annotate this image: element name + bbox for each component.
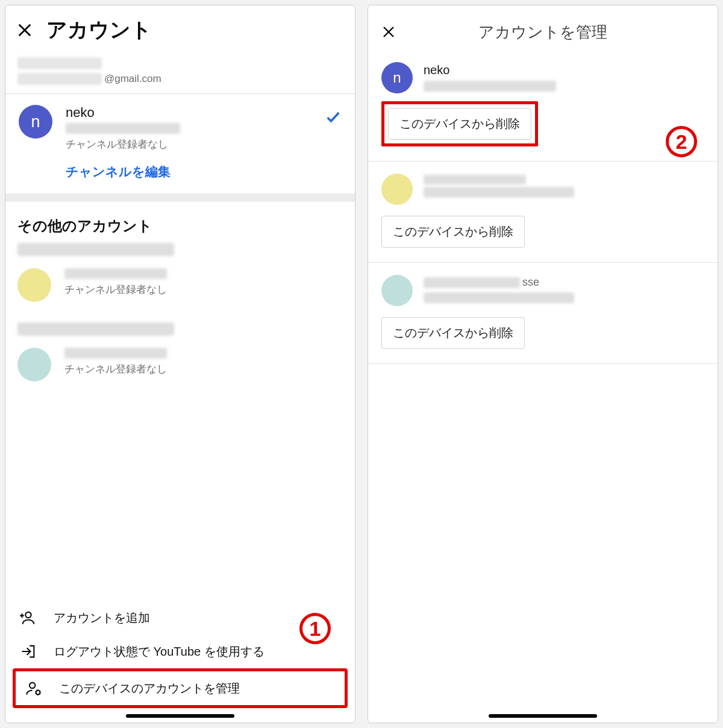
user-email-block: @gmail.com xyxy=(5,51,355,94)
account-text: neko チャンネル登録者なし xyxy=(66,105,311,151)
header: アカウント xyxy=(5,5,355,51)
home-indicator xyxy=(489,714,597,718)
account-text: チャンネル登録者なし xyxy=(64,348,167,376)
redacted-name-line: sse xyxy=(424,276,704,289)
avatar xyxy=(381,275,413,306)
highlight-frame-1: このデバイスのアカウントを管理 xyxy=(13,668,348,708)
account-text: neko xyxy=(424,62,704,94)
remove-from-device-button[interactable]: このデバイスから削除 xyxy=(388,108,531,140)
avatar xyxy=(381,174,413,205)
divider-thick xyxy=(5,193,355,202)
redacted-email-line: @gmail.com xyxy=(17,73,343,85)
redacted-name xyxy=(424,175,526,184)
manage-accounts-panel: アカウントを管理 n neko このデバイスから削除 このデバイスから削除 xyxy=(368,5,718,723)
redacted-handle xyxy=(66,123,180,134)
manage-account-block: このデバイスから削除 xyxy=(368,162,718,263)
redacted-name xyxy=(64,348,167,359)
account-row: n neko xyxy=(381,62,704,94)
subscribers-label: チャンネル登録者なし xyxy=(64,283,167,297)
spacer xyxy=(5,391,355,601)
logout-row[interactable]: ログアウト状態で YouTube を使用する xyxy=(10,635,350,668)
redacted-email xyxy=(424,292,574,303)
avatar-letter: n xyxy=(31,113,40,131)
redacted-email-1 xyxy=(17,243,174,256)
redacted-name xyxy=(64,268,167,279)
redacted-email-2 xyxy=(17,322,174,336)
redacted-name xyxy=(17,57,102,69)
person-gear-icon xyxy=(25,680,42,697)
manage-accounts-label: このデバイスのアカウントを管理 xyxy=(59,680,240,697)
other-account-row[interactable]: チャンネル登録者なし xyxy=(5,338,355,391)
avatar-letter: n xyxy=(393,69,401,86)
avatar xyxy=(17,348,51,381)
check-icon xyxy=(325,108,342,128)
other-account-row[interactable]: チャンネル登録者なし xyxy=(5,259,355,312)
account-text xyxy=(424,174,704,200)
logout-icon xyxy=(20,643,37,660)
subscribers-label: チャンネル登録者なし xyxy=(66,137,311,151)
account-text: チャンネル登録者なし xyxy=(64,268,167,297)
email-suffix: @gmail.com xyxy=(104,73,161,85)
subscribers-label: チャンネル登録者なし xyxy=(64,362,167,376)
account-panel: アカウント @gmail.com n neko チャンネル登録者なし チャンネル… xyxy=(5,5,355,723)
redacted-email-local xyxy=(17,73,102,85)
add-account-label: アカウントを追加 xyxy=(54,610,150,626)
name-suffix: sse xyxy=(522,276,539,289)
avatar: n xyxy=(381,62,413,93)
redacted-name xyxy=(424,277,520,288)
other-accounts-header: その他のアカウント xyxy=(5,202,355,243)
highlight-frame-2: このデバイスから削除 xyxy=(381,101,538,146)
avatar xyxy=(17,268,51,302)
spacer xyxy=(368,364,718,708)
remove-from-device-button[interactable]: このデバイスから削除 xyxy=(381,317,525,349)
current-account-row[interactable]: n neko チャンネル登録者なし xyxy=(5,94,355,156)
manage-accounts-row[interactable]: このデバイスのアカウントを管理 xyxy=(16,671,345,705)
add-person-icon xyxy=(20,609,37,626)
account-row: sse xyxy=(381,275,704,306)
page-title: アカウントを管理 xyxy=(478,22,607,43)
account-name: neko xyxy=(424,63,704,77)
footer: アカウントを追加 ログアウト状態で YouTube を使用する このデバイスのア… xyxy=(5,601,355,708)
redacted-email xyxy=(424,187,574,198)
svg-point-2 xyxy=(25,612,31,618)
edit-channel-link[interactable]: チャンネルを編集 xyxy=(5,156,355,193)
manage-account-block: sse このデバイスから削除 xyxy=(368,263,718,364)
home-indicator xyxy=(126,714,234,718)
callout-1: 1 xyxy=(299,613,331,644)
callout-2: 2 xyxy=(666,126,697,157)
account-name: neko xyxy=(66,105,311,121)
account-row xyxy=(381,174,704,205)
redacted-email xyxy=(424,81,556,92)
close-icon[interactable] xyxy=(381,25,396,39)
avatar: n xyxy=(19,105,52,139)
remove-from-device-button[interactable]: このデバイスから削除 xyxy=(381,216,525,248)
svg-point-5 xyxy=(30,683,35,688)
header: アカウントを管理 xyxy=(368,5,718,50)
page-title: アカウント xyxy=(46,16,152,44)
account-text: sse xyxy=(424,275,704,306)
logout-label: ログアウト状態で YouTube を使用する xyxy=(54,644,264,660)
manage-account-block: n neko このデバイスから削除 xyxy=(368,50,718,162)
close-icon[interactable] xyxy=(16,22,33,39)
